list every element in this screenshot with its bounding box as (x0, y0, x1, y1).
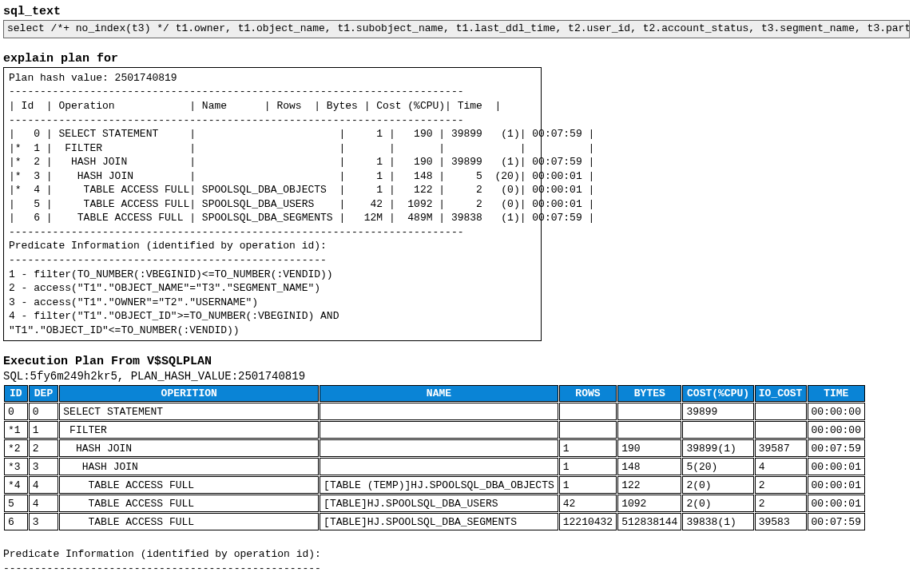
vsqlplan-table: ID DEP OPERITION NAME ROWS BYTES COST(%C… (3, 384, 866, 531)
table-row: 54 TABLE ACCESS FULL[TABLE]HJ.SPOOLSQL_D… (4, 495, 865, 512)
table-cell: 1 (559, 458, 617, 475)
col-cost: COST(%CPU) (682, 385, 753, 402)
table-cell: 512838144 (617, 513, 681, 530)
table-cell (320, 458, 558, 475)
table-cell (320, 439, 558, 457)
table-cell: 00:00:00 (808, 403, 865, 420)
table-cell: [TABLE (TEMP)]HJ.SPOOLSQL_DBA_OBJECTS (320, 476, 558, 494)
table-cell: 00:00:01 (808, 495, 865, 512)
col-dep: DEP (29, 385, 59, 402)
table-cell: 4 (29, 495, 59, 512)
table-cell: 1 (559, 439, 617, 457)
table-cell: 39899 (682, 403, 753, 420)
table-cell: 1 (29, 421, 59, 439)
table-cell: *3 (4, 458, 28, 475)
table-cell: 0 (4, 403, 28, 420)
table-cell: 2(0) (682, 495, 753, 512)
vsqlplan-info: SQL:5fy6m249h2kr5, PLAN_HASH_VALUE:25017… (3, 370, 910, 383)
table-cell: 00:00:01 (808, 458, 865, 475)
table-header-row: ID DEP OPERITION NAME ROWS BYTES COST(%C… (4, 385, 865, 402)
table-row: 63 TABLE ACCESS FULL[TABLE]HJ.SPOOLSQL_D… (4, 513, 865, 530)
table-cell: 4 (29, 476, 59, 494)
table-cell: 190 (617, 439, 681, 457)
table-cell (617, 421, 681, 439)
table-cell: 00:00:00 (808, 421, 865, 439)
table-cell: 6 (4, 513, 28, 530)
col-rows: ROWS (559, 385, 617, 402)
table-cell: *2 (4, 439, 28, 457)
table-cell: 39838(1) (682, 513, 753, 530)
table-cell: 0 (29, 403, 59, 420)
sql-text-label: sql_text (3, 5, 910, 18)
table-cell: *4 (4, 476, 28, 494)
explain-plan-heading: explain plan for (3, 52, 910, 66)
table-cell: 3 (29, 458, 59, 475)
table-cell: [TABLE]HJ.SPOOLSQL_DBA_SEGMENTS (320, 513, 558, 530)
table-cell: *1 (4, 421, 28, 439)
table-cell (320, 421, 558, 439)
col-op: OPERITION (59, 385, 319, 402)
predicate-info: Predicate Information (identified by ope… (3, 547, 910, 588)
table-cell (755, 421, 807, 439)
table-cell (682, 421, 753, 439)
table-cell: 2(0) (682, 476, 753, 494)
table-row: *44 TABLE ACCESS FULL[TABLE (TEMP)]HJ.SP… (4, 476, 865, 494)
table-cell: 39583 (755, 513, 807, 530)
table-cell: 5(20) (682, 458, 753, 475)
table-cell: 12210432 (559, 513, 617, 530)
table-cell: 2 (755, 476, 807, 494)
table-cell: 00:00:01 (808, 476, 865, 494)
col-bytes: BYTES (617, 385, 681, 402)
table-cell: 5 (4, 495, 28, 512)
table-cell: 148 (617, 458, 681, 475)
table-cell: 42 (559, 495, 617, 512)
col-id: ID (4, 385, 28, 402)
table-cell: TABLE ACCESS FULL (59, 495, 319, 512)
table-cell: 2 (29, 439, 59, 457)
table-cell (617, 403, 681, 420)
table-cell: 00:07:59 (808, 439, 865, 457)
table-cell (755, 403, 807, 420)
sql-text-box: select /*+ no_index(t3) */ t1.owner, t1.… (3, 20, 910, 38)
table-cell: 39587 (755, 439, 807, 457)
table-cell: 4 (755, 458, 807, 475)
vsqlplan-heading: Execution Plan From V$SQLPLAN (3, 355, 910, 368)
table-row: *11 FILTER00:00:00 (4, 421, 865, 439)
table-cell: 1092 (617, 495, 681, 512)
table-cell: SELECT STATEMENT (59, 403, 319, 420)
table-cell: 39899(1) (682, 439, 753, 457)
col-time: TIME (808, 385, 865, 402)
col-name: NAME (320, 385, 558, 402)
table-cell: 1 (559, 476, 617, 494)
table-cell: TABLE ACCESS FULL (59, 476, 319, 494)
table-cell: HASH JOIN (59, 458, 319, 475)
table-cell: 00:07:59 (808, 513, 865, 530)
table-row: *22 HASH JOIN119039899(1)3958700:07:59 (4, 439, 865, 457)
col-io: IO_COST (755, 385, 807, 402)
table-cell: TABLE ACCESS FULL (59, 513, 319, 530)
table-cell (559, 421, 617, 439)
table-row: 00SELECT STATEMENT3989900:00:00 (4, 403, 865, 420)
table-cell (320, 403, 558, 420)
table-cell: 3 (29, 513, 59, 530)
table-cell: HASH JOIN (59, 439, 319, 457)
explain-plan-box: Plan hash value: 2501740819 ------------… (3, 67, 542, 341)
table-cell: 122 (617, 476, 681, 494)
table-cell: FILTER (59, 421, 319, 439)
table-cell (559, 403, 617, 420)
table-cell: 2 (755, 495, 807, 512)
table-cell: [TABLE]HJ.SPOOLSQL_DBA_USERS (320, 495, 558, 512)
table-row: *33 HASH JOIN11485(20)400:00:01 (4, 458, 865, 475)
